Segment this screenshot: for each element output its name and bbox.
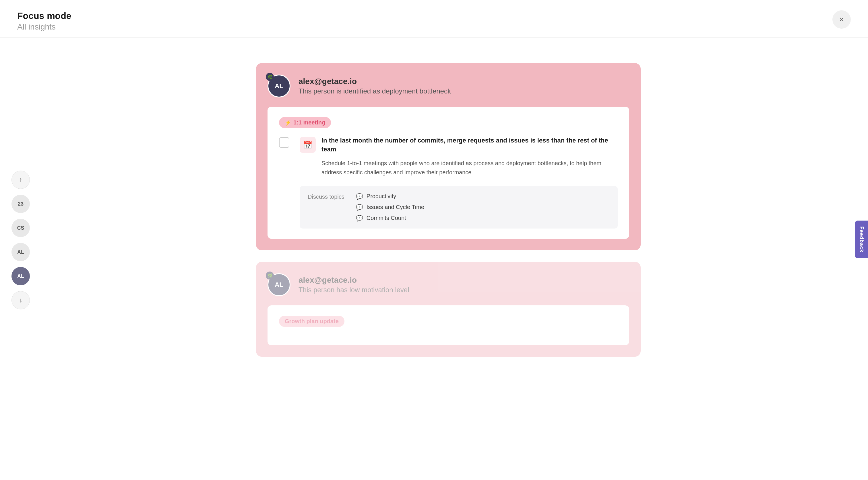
calendar-icon: 📅 (300, 137, 316, 153)
sidebar-item-label: AL (17, 273, 24, 279)
inner-card-body: 📅 In the last month the number of commit… (279, 136, 618, 229)
feedback-button[interactable]: Feedback (855, 220, 868, 258)
content-body: Schedule 1-to-1 meetings with people who… (321, 159, 618, 177)
chat-icon-commits: 💬 (356, 215, 363, 221)
inner-card-secondary: Growth plan update (268, 305, 629, 345)
task-checkbox[interactable] (279, 137, 289, 148)
content-headline: In the last month the number of commits,… (321, 136, 618, 154)
avatar-badge-icon: 🌿 (266, 73, 274, 81)
discuss-topics-list: 💬 Productivity 💬 Issues and Cycle Time 💬… (356, 193, 424, 221)
primary-insight-card: AL 🌿 alex@getace.io This person is ident… (256, 63, 641, 250)
content-area: 📅 In the last month the number of commit… (300, 136, 618, 229)
meeting-badge: ⚡ 1:1 meeting (279, 117, 331, 128)
topic-label-commits: Commits Count (367, 215, 406, 221)
close-button[interactable]: × (832, 10, 851, 29)
chat-icon-cycle-time: 💬 (356, 204, 363, 211)
discuss-topic-productivity: 💬 Productivity (356, 193, 424, 200)
discuss-section: Discuss topics 💬 Productivity 💬 Issues a… (300, 186, 618, 229)
avatar-container: AL 🌿 (268, 74, 290, 98)
sidebar-item-al2-active[interactable]: AL (11, 267, 30, 285)
user-email-secondary: alex@getace.io (299, 276, 409, 285)
meeting-badge-label: 1:1 meeting (293, 119, 325, 126)
sidebar-item-label: 23 (18, 201, 24, 207)
topic-label-productivity: Productivity (367, 193, 396, 200)
sidebar-item-label: AL (17, 249, 24, 255)
user-description: This person is identified as deployment … (299, 87, 451, 95)
sidebar-item-23[interactable]: 23 (11, 195, 30, 213)
content-icon-row: 📅 In the last month the number of commit… (300, 136, 618, 177)
nav-down-button[interactable]: ↓ (11, 291, 30, 309)
topic-label-cycle-time: Issues and Cycle Time (367, 204, 424, 210)
down-arrow-icon: ↓ (19, 297, 22, 304)
sidebar-navigation: ↑ 23 CS AL AL ↓ (11, 171, 30, 309)
card-user-info: alex@getace.io This person is identified… (299, 77, 451, 95)
user-email: alex@getace.io (299, 77, 451, 86)
main-content: AL 🌿 alex@getace.io This person is ident… (57, 46, 839, 480)
card-header-secondary: AL 🌿 alex@getace.io This person has low … (268, 273, 629, 296)
feedback-wrapper: Feedback (855, 220, 868, 259)
avatar-container-secondary: AL 🌿 (268, 273, 290, 296)
content-text: In the last month the number of commits,… (321, 136, 618, 177)
leaf-icon-secondary: 🌿 (268, 273, 272, 278)
page-title: Focus mode (17, 10, 851, 21)
header: Focus mode All insights × (0, 0, 868, 38)
inner-card: ⚡ 1:1 meeting 📅 In the last month the nu… (268, 107, 629, 239)
discuss-topic-cycle-time: 💬 Issues and Cycle Time (356, 204, 424, 211)
page-subtitle: All insights (17, 22, 851, 32)
sidebar-item-cs[interactable]: CS (11, 219, 30, 237)
leaf-icon: 🌿 (268, 74, 272, 79)
up-arrow-icon: ↑ (19, 176, 22, 183)
discuss-label: Discuss topics (308, 193, 344, 200)
sidebar-item-al1[interactable]: AL (11, 243, 30, 261)
meeting-badge-label-secondary: Growth plan update (285, 318, 339, 324)
card-header: AL 🌿 alex@getace.io This person is ident… (268, 74, 629, 98)
nav-up-button[interactable]: ↑ (11, 171, 30, 189)
secondary-insight-card: AL 🌿 alex@getace.io This person has low … (256, 262, 641, 357)
chat-icon-productivity: 💬 (356, 193, 363, 200)
discuss-topic-commits: 💬 Commits Count (356, 215, 424, 221)
meeting-badge-secondary: Growth plan update (279, 316, 344, 327)
lightning-icon: ⚡ (285, 119, 291, 126)
user-description-secondary: This person has low motivation level (299, 286, 409, 294)
checkbox-area (279, 137, 290, 229)
card-user-info-secondary: alex@getace.io This person has low motiv… (299, 276, 409, 294)
sidebar-item-label: CS (17, 225, 24, 231)
avatar-badge-secondary: 🌿 (266, 272, 274, 280)
